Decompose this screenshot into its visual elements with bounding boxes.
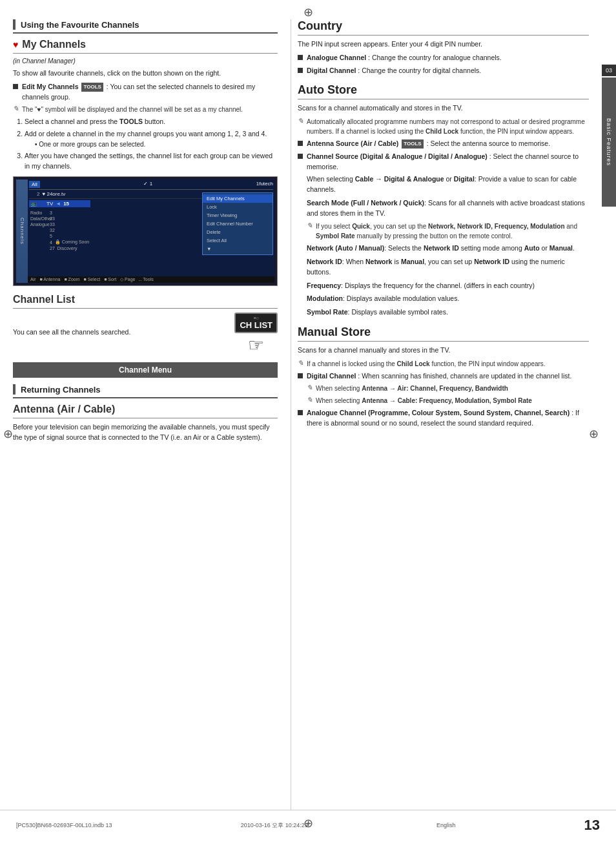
auto-store-bullet1: Antenna Source (Air / Cable) TOOLS : Sel… [298, 139, 589, 149]
tv-radio-label: Radio [30, 211, 50, 215]
ms-bullet-sq1 [298, 373, 303, 378]
manual-store-note1-text: If a channel is locked using the Child L… [307, 359, 589, 369]
left-column: Using the Favourite Channels ♥ My Channe… [13, 19, 291, 810]
ms-bullet2: Analogue Channel (Programme, Colour Syst… [298, 408, 589, 429]
tv-row-4: 4 🔒 Coming Soon [29, 239, 90, 245]
tv-coming-soon: 🔒 Coming Soon [55, 240, 89, 245]
tools-badge-1: TOOLS [81, 83, 103, 92]
section-header-returning: Returning Channels [13, 384, 278, 398]
auto-store-bullet2: Channel Source (Digital & Analogue / Dig… [298, 152, 589, 172]
tv-discovery: Discovery [57, 246, 77, 251]
note-pencil-icon3: ✎ [307, 221, 313, 230]
country-bullet-sq2 [298, 68, 303, 73]
channel-list-section: Channel List You can see all the channel… [13, 294, 278, 356]
search-mode-para: Search Mode (Full / Network / Quick): Sc… [307, 198, 589, 219]
manual-store-note1: ✎ If a channel is locked using the Child… [298, 359, 589, 369]
manual-store-section: Manual Store Scans for a channel manuall… [298, 325, 589, 429]
tv-analogue-label: Analogue [30, 222, 50, 227]
edit-my-channels-text: Edit My Channels TOOLS : You can set the… [22, 82, 278, 103]
tv-tab-all: All [29, 181, 40, 188]
bullet-sq-icon [13, 84, 18, 89]
ms-note-cable: ✎ When selecting Antenna → Cable: Freque… [307, 396, 589, 406]
network-id-para: Network ID: When Network is Manual, you … [307, 257, 589, 278]
tv-bottom-page: ◇ Page [120, 277, 135, 282]
manual-store-title: Manual Store [298, 325, 589, 342]
channel-source-bold: Channel Source (Digital & Analogue / Dig… [307, 152, 488, 160]
tv-arrow: ◄ [56, 201, 61, 207]
ch-list-button: CH LIST [240, 320, 272, 330]
country-bullet2: Digital Channel : Change the country for… [298, 66, 589, 76]
tv-num-4: 4 [50, 240, 52, 245]
tv-tv-icon: 📺 [30, 201, 46, 207]
side-tab-label: Basic Features [602, 77, 616, 207]
country-bullet1-rest: : Change the country for analogue channe… [368, 54, 502, 61]
tv-analogue-num1: 33 [50, 222, 55, 227]
tv-row-27: 27 Discovery [29, 245, 90, 251]
tv-row-radio: Radio 3 [29, 210, 90, 216]
tv-menu-timer: Timer Viewing [203, 211, 272, 220]
channel-manager-label: (in Channel Manager) [13, 57, 278, 65]
returning-header-text: Returning Channels [21, 385, 101, 395]
step-3: After you have changed the settings, the… [25, 151, 278, 172]
antenna-section: Antenna (Air / Cable) Before your televi… [13, 404, 278, 443]
note-pencil-icon2: ✎ [298, 117, 303, 125]
channel-list-title: Channel List [13, 294, 278, 305]
analogue-channel-bold: Analogue Channel [307, 54, 366, 61]
auto-store-title: Auto Store [298, 83, 589, 99]
hand-icon: ☞ [248, 334, 264, 356]
as-bullet2-text: Channel Source (Digital & Analogue / Dig… [307, 152, 589, 172]
tv-row-analogue: Analogue 33 [29, 221, 90, 227]
tv-menu-edit-num: Edit Channel Number [203, 220, 272, 228]
section-header-favourite: Using the Favourite Channels [13, 19, 278, 34]
step-1: Select a channel and press the TOOLS but… [25, 117, 278, 127]
chapter-number: 03 [602, 65, 616, 76]
as-bullet1-text: Antenna Source (Air / Cable) TOOLS : Sel… [307, 139, 589, 149]
crosshair-left-icon: ⊕ [3, 427, 13, 441]
ms-note-cable-text: When selecting Antenna → Cable: Frequenc… [316, 396, 589, 406]
country-bullet1: Analogue Channel : Change the country fo… [298, 53, 589, 63]
ms-bullet-sq2 [298, 410, 303, 415]
auto-store-note1-text: Automatically allocated programme number… [307, 117, 589, 136]
footer-date: 2010-03-16 오후 10:24:29 [241, 821, 308, 830]
note-heart-text: The "♥" symbol will be displayed and the… [22, 105, 278, 114]
auto-store-intro: Scans for a channel automatically and st… [298, 103, 589, 114]
tv-channel-tv: 📺 TV ◄ 15 [29, 200, 90, 207]
ms-note-air-text: When selecting Antenna → Air: Channel, F… [316, 384, 589, 393]
tv-menu-arrow: ▼ [203, 245, 272, 253]
tv-bottom-tools: ⎵ Tools [139, 277, 153, 282]
footer-english: English [436, 822, 456, 828]
tv-bottom-bar: Air ■ Antenna ■ Zoom ■ Select ■ Sort ◇ P… [28, 276, 274, 283]
crosshair-bottom-icon: ⊕ [303, 816, 313, 830]
as-bullet-sq1 [298, 141, 303, 146]
digital-channel-bold: Digital Channel [307, 67, 356, 74]
tv-menu-edit: Edit My Channels [203, 194, 272, 203]
symbol-rate-para: Symbol Rate: Displays available symbol r… [307, 307, 589, 318]
antenna-source-bold: Antenna Source (Air / Cable) [307, 139, 398, 147]
ch-list-area: You can see all the channels searched. ≡… [13, 313, 278, 356]
tv-context-menu: Edit My Channels Lock Timer Viewing Edit… [202, 192, 273, 255]
country-bullet-sq1 [298, 55, 303, 60]
auto-store-section: Auto Store Scans for a channel automatic… [298, 83, 589, 318]
crosshair-top-icon: ⊕ [303, 5, 313, 19]
tv-channels-label: Channels [19, 218, 25, 245]
section-bar-icon [13, 19, 15, 30]
ch-list-button-area: ≡○ CH LIST ☞ [234, 313, 278, 356]
tv-bottom-sort: ■ Sort [104, 277, 116, 282]
note-pencil-icon4: ✎ [298, 359, 303, 367]
antenna-desc: Before your television can begin memoriz… [13, 422, 278, 443]
as-bullet-sq2 [298, 154, 303, 159]
tools-badge-2: TOOLS [402, 139, 423, 149]
ch-list-icon-area: ≡○ CH LIST [234, 313, 278, 333]
ms-digital-bold: Digital Channel [307, 372, 356, 380]
auto-store-note1: ✎ Automatically allocated programme numb… [298, 117, 589, 136]
step-2: Add or delete a channel in the my channe… [25, 129, 278, 149]
frequency-para: Frequency: Displays the frequency for th… [307, 281, 589, 291]
note-pencil-icon5: ✎ [307, 384, 313, 392]
page-number: 13 [584, 817, 600, 834]
note-quick: ✎ If you select Quick, you can set up th… [307, 221, 589, 241]
tv-tab-row: All ✓ 1 1futech [29, 181, 273, 190]
my-channels-section: ♥ My Channels (in Channel Manager) To sh… [13, 39, 278, 171]
channel-list-divider [13, 308, 278, 309]
tv-bottom-zoom: ■ Zoom [64, 277, 79, 282]
ms-bullet2-text: Analogue Channel (Programme, Colour Syst… [307, 408, 589, 429]
